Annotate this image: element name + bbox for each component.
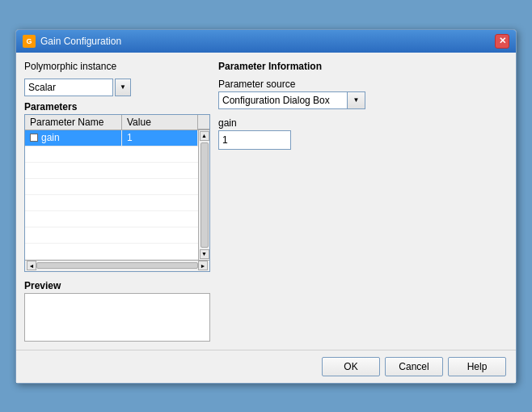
param-source-input[interactable]: [218, 91, 348, 109]
scroll-track-horizontal: [36, 262, 198, 269]
parameters-label: Parameters: [24, 101, 210, 113]
close-button[interactable]: ✕: [495, 34, 509, 49]
col-header-value: Value: [122, 115, 198, 130]
dialog-footer: OK Cancel Help: [16, 350, 516, 383]
col-header-name: Parameter Name: [25, 115, 122, 130]
dialog-icon: G: [23, 35, 36, 48]
scroll-right-arrow[interactable]: ►: [198, 261, 208, 270]
preview-section: Preview: [24, 280, 210, 342]
table-row[interactable]: ■ gain 1: [25, 130, 198, 147]
title-bar: G Gain Configuration ✕: [16, 30, 516, 53]
polymorphic-instance-label: Polymorphic instance: [24, 61, 210, 72]
row-icon: ■: [30, 134, 38, 142]
gain-configuration-dialog: G Gain Configuration ✕ Polymorphic insta…: [15, 29, 517, 384]
scroll-track-vertical: [201, 142, 209, 248]
param-source-row: Parameter source ▼: [218, 79, 508, 109]
scroll-left-arrow[interactable]: ◄: [27, 261, 36, 270]
left-panel: Polymorphic instance Scalar ▼ Parameters…: [24, 61, 210, 342]
param-info-label: Parameter Information: [218, 61, 508, 72]
vertical-scrollbar[interactable]: ▲ ▼: [198, 130, 209, 260]
title-bar-left: G Gain Configuration: [23, 35, 121, 48]
polymorphic-dropdown-row: Scalar ▼: [24, 79, 210, 96]
dialog-body: Polymorphic instance Scalar ▼ Parameters…: [16, 53, 516, 350]
right-panel: Parameter Information Parameter source ▼…: [218, 61, 508, 342]
row-name-cell: ■ gain: [25, 130, 122, 146]
param-source-dropdown-btn[interactable]: ▼: [348, 91, 365, 109]
ok-button[interactable]: OK: [322, 357, 380, 376]
preview-label: Preview: [24, 280, 210, 291]
cancel-button[interactable]: Cancel: [385, 357, 443, 376]
dialog-title: Gain Configuration: [40, 36, 121, 47]
row-value-cell: 1: [122, 130, 198, 146]
param-source-label: Parameter source: [218, 79, 508, 90]
gain-label: gain: [218, 117, 508, 129]
polymorphic-dropdown[interactable]: Scalar: [24, 79, 113, 96]
help-button[interactable]: Help: [448, 357, 506, 376]
parameters-section: Parameters Parameter Name Value ■ gain: [24, 101, 210, 272]
parameters-table: Parameter Name Value ■ gain 1: [24, 114, 210, 272]
horizontal-scrollbar: ◄ ►: [25, 260, 209, 271]
gain-input[interactable]: [218, 130, 291, 150]
gain-section: gain: [218, 117, 508, 150]
table-scroll[interactable]: ■ gain 1: [25, 130, 198, 260]
param-source-dropdown-row: ▼: [218, 91, 508, 109]
param-info-section: Parameter Information Parameter source ▼…: [218, 61, 508, 150]
preview-box: [24, 293, 210, 342]
scroll-down-arrow[interactable]: ▼: [200, 249, 209, 259]
scroll-up-arrow[interactable]: ▲: [200, 131, 209, 141]
table-header: Parameter Name Value: [25, 115, 209, 130]
polymorphic-dropdown-btn[interactable]: ▼: [115, 79, 131, 96]
